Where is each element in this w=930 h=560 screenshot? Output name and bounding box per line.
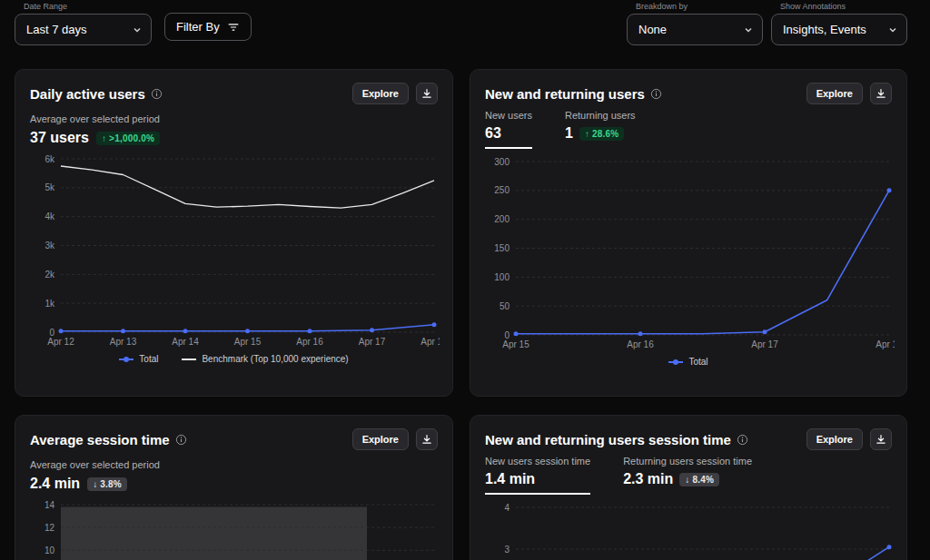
tab-label: New users [485,110,532,121]
metric-row: 2.4 min ↓ 3.8% [30,476,438,492]
annotations-label: Show Annotations [780,2,907,11]
svg-text:150: 150 [494,243,510,253]
svg-text:250: 250 [494,185,510,195]
svg-text:12: 12 [45,523,55,533]
card-actions: Explore [352,428,438,450]
average-session-time-chart: 02468101214Apr 12Apr 13Apr 14Apr 15Apr 1… [30,499,440,560]
legend-label: Total [139,354,158,364]
chevron-down-icon [888,25,897,34]
card-new-returning-users: New and returning users Explore New user… [470,69,907,397]
date-range-select[interactable]: Last 7 days [15,14,152,45]
download-button[interactable] [416,83,438,104]
legend-item-total: Total [119,354,158,364]
svg-text:100: 100 [494,272,510,282]
info-icon[interactable] [151,88,163,100]
info-icon[interactable] [175,434,187,446]
svg-text:Apr 17: Apr 17 [359,337,386,347]
card-header: New and returning users session time Exp… [485,428,892,450]
download-button[interactable] [870,83,892,104]
breakdown-control: Breakdown by None [627,2,763,45]
svg-text:4k: 4k [45,211,55,221]
tab-label: Returning users [565,110,636,121]
annotations-select[interactable]: Insights, Events [771,14,907,45]
svg-text:300: 300 [494,157,510,167]
svg-text:Apr 15: Apr 15 [502,339,529,349]
tab-returning-users-session-time[interactable]: Returning users session time 2.3 min ↓ 8… [623,456,752,495]
daily-active-users-chart: 01k2k3k4k5k6kApr 12Apr 13Apr 14Apr 15Apr… [30,153,440,349]
tab-new-users-session-time[interactable]: New users session time 1.4 min [485,456,590,495]
filter-by-label: Filter By [176,20,220,34]
card-actions: Explore [806,428,892,450]
explore-button[interactable]: Explore [352,428,409,450]
explore-button[interactable]: Explore [806,83,863,104]
svg-text:1k: 1k [45,299,55,309]
card-subtitle: Average over selected period [30,113,438,124]
legend-label: Total [688,357,707,367]
metric-value: 37 users [30,130,89,146]
legend-item-benchmark: Benchmark (Top 10,000 experience) [182,354,348,364]
svg-text:Apr 16: Apr 16 [627,339,654,349]
chevron-down-icon [744,25,753,34]
svg-text:2k: 2k [45,270,55,280]
tab-new-users[interactable]: New users 63 [485,110,532,149]
chart-legend: Total Benchmark (Top 10,000 experience) [30,354,438,364]
svg-text:3: 3 [504,545,510,555]
svg-text:14: 14 [45,500,55,510]
svg-text:Apr 14: Apr 14 [172,337,199,347]
breakdown-select[interactable]: None [627,14,763,45]
toolbar: Date Range Last 7 days Filter By Breakdo… [0,0,930,45]
metric-value: 2.4 min [30,476,80,492]
chart-legend: Total [485,357,892,367]
info-icon[interactable] [737,434,748,446]
card-actions: Explore [352,83,438,104]
download-icon [876,88,886,99]
card-title: New and returning users session time [485,432,731,447]
svg-text:5k: 5k [45,182,55,192]
card-header: Average session time Explore [30,428,438,450]
svg-text:200: 200 [494,214,510,224]
svg-text:Apr 12: Apr 12 [47,337,74,347]
card-title: Average session time [30,432,170,447]
total-series-marker [119,356,134,363]
svg-text:10: 10 [45,545,55,555]
tab-value: 1 [565,125,573,142]
filter-icon [227,21,240,34]
svg-text:Apr 18: Apr 18 [420,337,440,347]
filter-by-button[interactable]: Filter By [164,13,252,41]
card-daily-active-users: Daily active users Explore Average over … [15,69,453,397]
trend-badge: ↑ 28.6% [579,127,625,141]
cards-grid: Daily active users Explore Average over … [15,69,930,560]
tab-value: 2.3 min [623,471,673,487]
new-returning-session-time-chart: 01234Apr 15Apr 16Apr 17Apr 18 [485,502,895,560]
info-icon[interactable] [650,88,662,100]
trend-badge: ↓ 8.4% [679,473,719,486]
date-range-control: Date Range Last 7 days [15,2,152,45]
card-header: New and returning users Explore [485,83,892,104]
new-returning-users-chart: 050100150200250300Apr 15Apr 16Apr 17Apr … [485,156,895,351]
trend-badge: ↑ >1,000.0% [96,132,160,145]
download-button[interactable] [416,428,438,450]
tab-label: Returning users session time [623,456,752,467]
card-actions: Explore [806,83,892,104]
metric-row: 37 users ↑ >1,000.0% [30,130,438,146]
breakdown-value: None [638,23,667,36]
annotations-control: Show Annotations Insights, Events [771,2,907,45]
total-series-marker [668,359,683,366]
explore-button[interactable]: Explore [806,428,863,450]
metric-tabs: New users 63 Returning users 1 ↑ 28.6% [485,110,892,149]
svg-text:0: 0 [504,330,510,340]
card-title: Daily active users [30,86,145,102]
right-controls: Breakdown by None Show Annotations Insig… [627,2,907,45]
card-subtitle: Average over selected period [30,459,438,470]
trend-badge: ↓ 3.8% [87,477,127,491]
download-button[interactable] [870,428,892,450]
explore-button[interactable]: Explore [352,83,409,104]
svg-text:0: 0 [49,328,54,338]
breakdown-label: Breakdown by [636,2,763,11]
benchmark-series-marker [182,356,196,363]
download-icon [421,88,432,99]
tab-label: New users session time [485,456,590,467]
tab-returning-users[interactable]: Returning users 1 ↑ 28.6% [565,110,636,149]
metric-tabs: New users session time 1.4 min Returning… [485,456,892,495]
svg-text:Apr 17: Apr 17 [751,339,778,349]
